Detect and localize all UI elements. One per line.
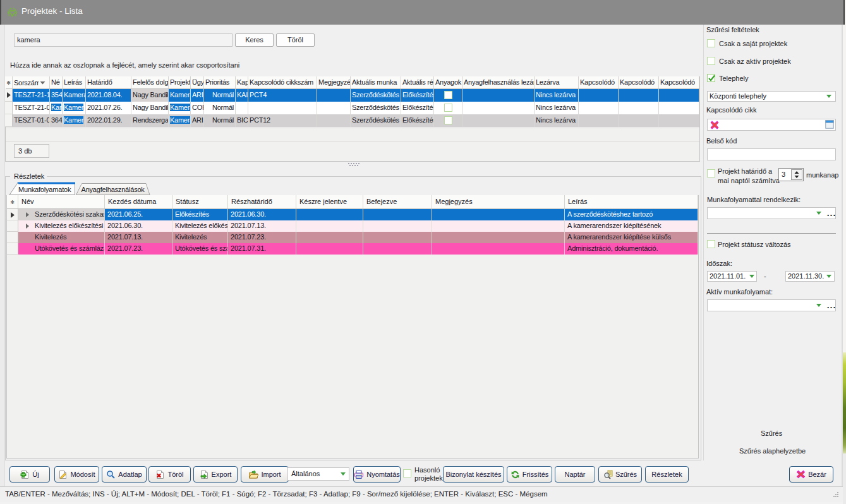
svg-text:Anyagfelhasználások: Anyagfelhasználások bbox=[82, 186, 145, 193]
svg-text:Munkafolyamatok: Munkafolyamatok bbox=[18, 186, 71, 193]
